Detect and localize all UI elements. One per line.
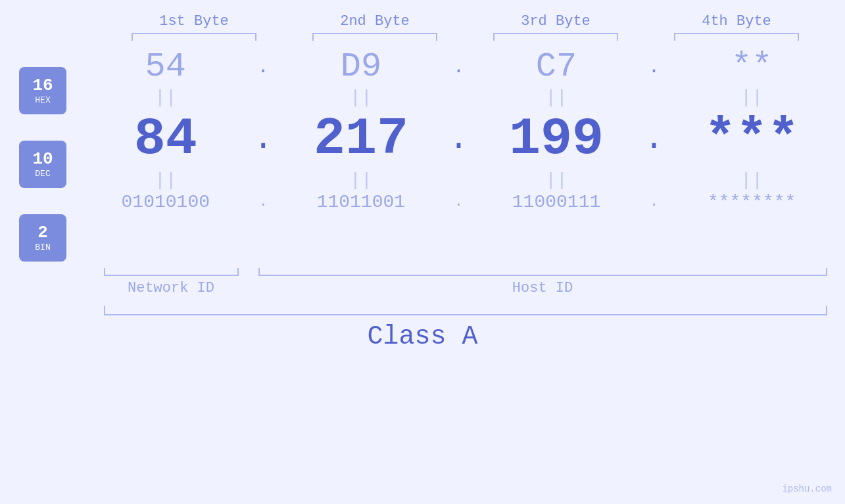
bin-b2: 11011001 [289, 192, 433, 212]
top-brackets [104, 33, 827, 41]
bottom-section: Network ID Host ID [104, 268, 827, 315]
hex-dot-2: . [448, 56, 468, 78]
id-labels-row: Network ID Host ID [104, 280, 827, 296]
bin-row: 01010100 . 11011001 . 11000111 . *******… [85, 192, 832, 212]
bracket-1 [132, 33, 256, 41]
bin-badge-label: BIN [35, 242, 50, 252]
dec-b3: 199 [484, 109, 629, 169]
byte-3-header: 3rd Byte [483, 13, 628, 30]
watermark: ipshu.com [782, 484, 832, 494]
eq-1-b3: || [484, 87, 629, 108]
bin-dot-2: . [448, 194, 468, 210]
dec-badge: 10 DEC [19, 141, 66, 188]
eq-2-b1: || [93, 170, 238, 191]
bin-badge-number: 2 [37, 223, 48, 242]
dec-badge-label: DEC [35, 169, 50, 179]
byte-headers: 1st Byte 2nd Byte 3rd Byte 4th Byte [104, 13, 827, 30]
bin-dot-3: . [644, 194, 664, 210]
badges-column: 16 HEX 10 DEC 2 BIN [0, 60, 85, 268]
dec-badge-number: 10 [32, 150, 53, 169]
bin-b3: 11000111 [484, 192, 629, 212]
hex-b4: ** [679, 47, 824, 86]
bin-badge: 2 BIN [19, 214, 66, 262]
dec-dot-1: . [253, 120, 273, 158]
bracket-4 [674, 33, 799, 41]
bracket-2 [312, 33, 437, 41]
eq-2-b2: || [289, 170, 433, 191]
dec-dot-3: . [644, 120, 664, 158]
main-container: 1st Byte 2nd Byte 3rd Byte 4th Byte 16 H… [0, 0, 845, 504]
eq-1-b1: || [93, 87, 238, 108]
eq-2-b3: || [484, 170, 629, 191]
dec-row: 84 . 217 . 199 . *** [85, 109, 832, 169]
content-area: 16 HEX 10 DEC 2 BIN 54 . D9 . C7 . ** [0, 47, 845, 268]
hex-row: 54 . D9 . C7 . ** [85, 47, 832, 86]
full-bottom-bracket [104, 306, 827, 315]
bin-b1: 01010100 [93, 192, 238, 212]
byte-2-header: 2nd Byte [302, 13, 447, 30]
network-bracket [104, 268, 239, 276]
bottom-brackets-row [104, 268, 827, 276]
byte-1-header: 1st Byte [122, 13, 266, 30]
host-bracket [258, 268, 827, 276]
bin-dot-1: . [253, 194, 273, 210]
hex-b2: D9 [289, 47, 433, 86]
hex-b1: 54 [93, 47, 238, 86]
eq-1-b2: || [289, 87, 433, 108]
equals-row-1: || || || || [85, 87, 832, 108]
network-id-label: Network ID [104, 280, 239, 296]
hex-badge-label: HEX [35, 95, 50, 105]
hex-dot-3: . [644, 56, 664, 78]
eq-2-b4: || [679, 170, 824, 191]
eq-1-b4: || [679, 87, 824, 108]
dec-b4: *** [679, 109, 824, 169]
dec-b1: 84 [93, 109, 238, 169]
hex-badge: 16 HEX [19, 67, 66, 114]
hex-dot-1: . [253, 56, 273, 78]
equals-row-2: || || || || [85, 170, 832, 191]
dec-b2: 217 [289, 109, 433, 169]
dec-dot-2: . [448, 120, 468, 158]
hex-badge-number: 16 [32, 76, 53, 95]
host-id-label: Host ID [258, 280, 827, 296]
values-grid: 54 . D9 . C7 . ** || || || || 84 [85, 47, 832, 268]
bin-b4: ******** [679, 192, 824, 212]
class-label: Class A [367, 322, 477, 352]
bracket-3 [493, 33, 618, 41]
byte-4-header: 4th Byte [664, 13, 809, 30]
hex-b3: C7 [484, 47, 629, 86]
